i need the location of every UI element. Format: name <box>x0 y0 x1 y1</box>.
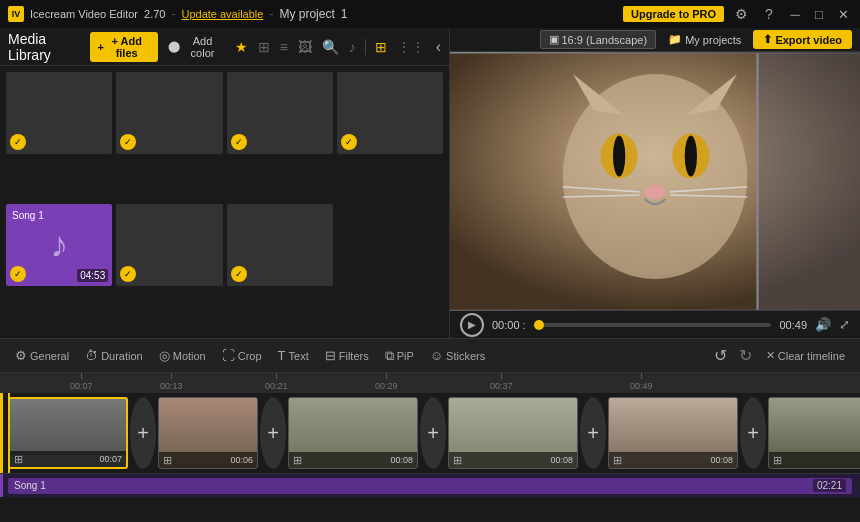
folder-icon: 📁 <box>668 33 682 46</box>
media-item-1[interactable]: ✓ <box>6 72 112 154</box>
back-button[interactable]: ‹ <box>436 38 441 56</box>
time-current: 00:00 : <box>492 319 526 331</box>
media-item-2[interactable]: ✓ <box>116 72 222 154</box>
pip-icon: ⧉ <box>385 348 394 364</box>
fullscreen-button[interactable]: ⤢ <box>839 317 850 332</box>
text-tool[interactable]: T Text <box>271 345 316 366</box>
media-item-3[interactable]: ✓ <box>227 72 333 154</box>
timeline-tracks: ⊞ 00:07 + ⊞ 00:06 + ⊞ 00 <box>0 393 860 522</box>
ruler-mark-6: 00:49 <box>630 373 653 391</box>
video-frame <box>450 52 860 311</box>
grid-dots-icon[interactable]: ⋮⋮ <box>394 37 428 57</box>
app-logo: IV <box>8 6 24 22</box>
add-clip-1[interactable]: + <box>130 397 156 469</box>
filters-icon: ⊟ <box>325 348 336 363</box>
crop-tool[interactable]: ⛶ Crop <box>215 345 269 366</box>
svg-point-6 <box>685 136 697 177</box>
export-icon: ⬆ <box>763 33 772 46</box>
aspect-ratio-button[interactable]: ▣ 16:9 (Landscape) <box>540 30 657 49</box>
undo-button[interactable]: ↺ <box>709 344 732 367</box>
mark-line-6 <box>641 373 642 379</box>
update-link[interactable]: Update available <box>181 8 263 20</box>
clip-4[interactable]: ⊞ 00:08 <box>448 397 578 469</box>
clear-timeline-button[interactable]: ✕ Clear timeline <box>759 346 852 365</box>
media-grid: ✓ ✓ ✓ ✓ Song 1 ♪ ✓ 04:53 <box>0 66 449 338</box>
clip-3-icon: ⊞ <box>293 454 302 467</box>
clip-5-icon: ⊞ <box>613 454 622 467</box>
grid-4-icon[interactable]: ⊞ <box>255 37 273 57</box>
close-button[interactable]: ✕ <box>834 5 852 23</box>
clip-6[interactable]: ⊞ 00:12 <box>768 397 860 469</box>
timeline-ruler: 00:07 00:13 00:21 00:29 00:37 00:49 <box>0 373 860 393</box>
clip-2-icon: ⊞ <box>163 454 172 467</box>
ruler-mark-3: 00:21 <box>265 373 288 391</box>
clip-1[interactable]: ⊞ 00:07 <box>8 397 128 469</box>
clip-2-thumb <box>159 398 257 454</box>
check-1: ✓ <box>10 134 26 150</box>
image-icon[interactable]: 🖼 <box>295 37 315 57</box>
star-icon[interactable]: ★ <box>232 37 251 57</box>
clip-5-thumb <box>609 398 737 454</box>
clip-2-bar: ⊞ 00:06 <box>159 452 257 468</box>
grid-list-icon[interactable]: ≡ <box>277 37 291 57</box>
ruler-mark-4: 00:29 <box>375 373 398 391</box>
settings-button[interactable]: ⚙ <box>730 3 752 25</box>
motion-tool[interactable]: ◎ Motion <box>152 345 213 366</box>
mark-line-2 <box>171 373 172 379</box>
main-area: Media Library + + Add files ⬤ Add color … <box>0 28 860 338</box>
media-item-song[interactable]: Song 1 ♪ ✓ 04:53 <box>6 204 112 286</box>
clip-2[interactable]: ⊞ 00:06 <box>158 397 258 469</box>
help-button[interactable]: ? <box>758 3 780 25</box>
clip-5-bar: ⊞ 00:08 <box>609 452 737 468</box>
sep2: - <box>269 7 273 21</box>
general-tool[interactable]: ⚙ General <box>8 345 76 366</box>
upgrade-button[interactable]: Upgrade to PRO <box>623 6 724 22</box>
check-6: ✓ <box>231 266 247 282</box>
maximize-button[interactable]: □ <box>810 5 828 23</box>
song-track-duration: 02:21 <box>813 479 846 492</box>
redo-button[interactable]: ↻ <box>734 344 757 367</box>
minimize-button[interactable]: ─ <box>786 5 804 23</box>
media-item-4[interactable]: ✓ <box>337 72 443 154</box>
add-clip-3[interactable]: + <box>420 397 446 469</box>
clip-3[interactable]: ⊞ 00:08 <box>288 397 418 469</box>
seek-handle[interactable] <box>534 320 544 330</box>
ruler-mark-1: 00:07 <box>70 373 93 391</box>
svg-point-7 <box>645 185 666 199</box>
project-number: 1 <box>341 7 348 21</box>
song-track-bar: Song 1 02:21 <box>8 478 852 494</box>
clip-5[interactable]: ⊞ 00:08 <box>608 397 738 469</box>
pip-tool[interactable]: ⧉ PiP <box>378 345 421 367</box>
grid-yellow-icon[interactable]: ⊞ <box>372 37 390 57</box>
clip-2-duration: 00:06 <box>230 455 253 465</box>
app-name: Icecream Video Editor <box>30 8 138 20</box>
add-files-button[interactable]: + + Add files <box>90 32 159 62</box>
media-item-5[interactable]: ✓ <box>116 204 222 286</box>
video-preview-panel: ▣ 16:9 (Landscape) 📁 My projects ⬆ Expor… <box>450 28 860 338</box>
add-clip-5[interactable]: + <box>740 397 766 469</box>
duration-tool[interactable]: ⏱ Duration <box>78 345 150 366</box>
media-toolbar: Media Library + + Add files ⬤ Add color … <box>0 28 449 66</box>
filters-tool[interactable]: ⊟ Filters <box>318 345 376 366</box>
media-item-6[interactable]: ✓ <box>227 204 333 286</box>
svg-point-2 <box>563 74 748 279</box>
play-button[interactable]: ▶ <box>460 313 484 337</box>
svg-rect-14 <box>758 54 861 310</box>
stickers-tool[interactable]: ☺ Stickers <box>423 345 492 366</box>
add-clip-4[interactable]: + <box>580 397 606 469</box>
my-projects-button[interactable]: 📁 My projects <box>662 31 747 48</box>
export-video-button[interactable]: ⬆ Export video <box>753 30 852 49</box>
music-icon[interactable]: ♪ <box>346 37 359 57</box>
clip-4-bar: ⊞ 00:08 <box>449 452 577 468</box>
clear-x-icon: ✕ <box>766 349 775 362</box>
check-3: ✓ <box>231 134 247 150</box>
volume-button[interactable]: 🔊 <box>815 317 831 332</box>
song-track: Song 1 02:21 <box>0 473 860 497</box>
search-icon[interactable]: 🔍 <box>319 37 342 57</box>
clip-5-duration: 00:08 <box>710 455 733 465</box>
add-clip-2[interactable]: + <box>260 397 286 469</box>
seek-bar[interactable] <box>534 323 772 327</box>
clip-6-bar: ⊞ 00:12 <box>769 452 860 468</box>
add-color-button[interactable]: ⬤ Add color <box>162 32 227 62</box>
preview-area <box>450 52 860 311</box>
